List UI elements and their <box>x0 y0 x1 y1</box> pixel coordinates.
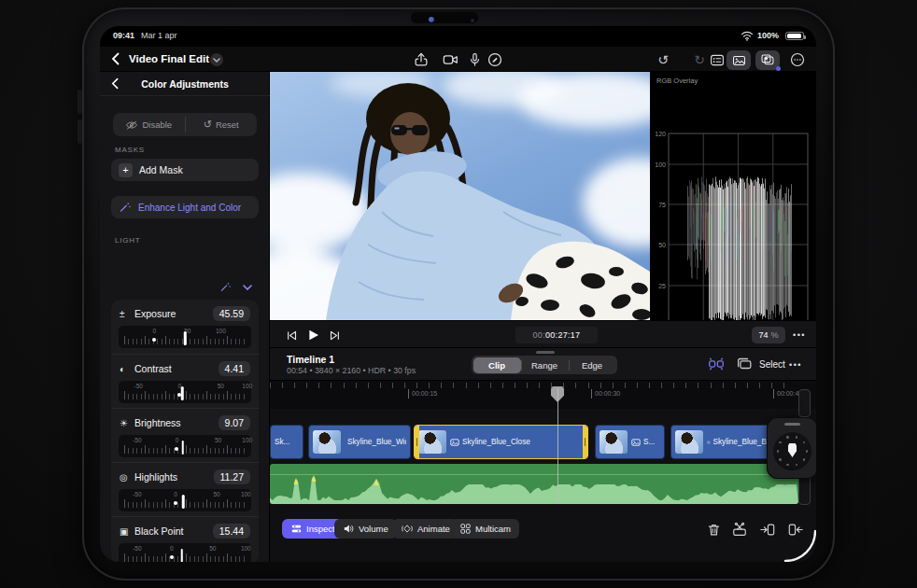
video-clip-skyline_blue_wide[interactable]: Skyline_Blue_Wide <box>308 425 411 459</box>
slider-thumb[interactable] <box>180 549 183 562</box>
mode-edge[interactable]: Edge <box>569 357 616 373</box>
svg-text:100: 100 <box>655 161 666 168</box>
slider-thumb[interactable] <box>182 495 185 509</box>
timeline-vscroll-upper[interactable] <box>798 389 811 417</box>
slider-label: Contrast <box>134 363 172 374</box>
timeline-name: Timeline 1 <box>287 354 334 365</box>
slider-thumb[interactable] <box>184 331 187 345</box>
video-clip-s[interactable]: S... <box>595 425 665 459</box>
grid-icon <box>459 523 472 535</box>
reset-icon: ↺ <box>204 119 212 130</box>
resize-handle[interactable] <box>536 351 555 354</box>
plus-icon: + <box>119 163 133 177</box>
slider-default-dot <box>152 338 156 342</box>
multicam-button[interactable]: Multicam <box>451 519 519 539</box>
wifi-icon <box>741 31 754 41</box>
clip-trim-handle-left[interactable] <box>415 426 419 458</box>
media-browser-icon[interactable] <box>727 50 751 70</box>
delete-icon[interactable] <box>705 521 722 538</box>
jog-handle[interactable] <box>784 423 800 426</box>
slider-value-field[interactable]: 45.59 <box>213 306 250 321</box>
keyframe-icon <box>401 523 414 535</box>
undo-icon[interactable]: ↺ <box>654 50 672 69</box>
audio-clip[interactable] <box>270 464 798 504</box>
annotate-pencil-icon[interactable] <box>486 50 504 69</box>
slider-default-dot <box>175 447 178 451</box>
reset-button[interactable]: ↺ Reset <box>186 113 258 136</box>
viewer-more-icon[interactable]: ••• <box>793 330 806 340</box>
slider-ruler[interactable]: -50050100 <box>119 543 251 562</box>
video-clip-sk[interactable]: Sk... <box>270 425 303 459</box>
timeline-ruler[interactable]: 00:00:1500:00:3000:00:45 <box>270 381 816 409</box>
viewer-zoom-control[interactable]: 74% <box>752 327 785 343</box>
slider-thumb[interactable] <box>181 386 184 400</box>
play-icon[interactable] <box>303 326 322 344</box>
viewer-preview[interactable] <box>270 72 650 320</box>
jog-wheel[interactable] <box>767 417 816 479</box>
svg-text:RGB Overlay: RGB Overlay <box>656 77 698 85</box>
animate-button[interactable]: Animate <box>392 519 458 539</box>
clip-media-icon <box>631 439 641 446</box>
timeline-header: Timeline 1 00:54 • 3840 × 2160 • HDR • 3… <box>270 348 816 381</box>
slider-icon: ◐ <box>120 364 132 374</box>
slider-icon: ◎ <box>120 472 132 483</box>
redo-icon[interactable]: ↻ <box>690 50 709 69</box>
volume-button[interactable]: Volume <box>334 519 397 539</box>
slider-icon: ▣ <box>120 526 132 537</box>
select-tool-label[interactable]: Select <box>759 359 785 370</box>
front-camera-housing <box>411 12 478 23</box>
clip-name: Skyline_Blue_Wide <box>345 438 406 446</box>
back-chevron-icon[interactable] <box>111 52 120 65</box>
video-clip-skyline_blue_close[interactable]: Skyline_Blue_Close <box>414 425 588 459</box>
share-export-icon[interactable] <box>412 50 430 69</box>
slider-value-field[interactable]: 4.41 <box>219 361 250 376</box>
clip-thumbnail <box>313 430 341 454</box>
light-auto-wand-icon[interactable] <box>219 281 232 293</box>
light-collapse-chevron-icon[interactable] <box>243 285 252 290</box>
effects-browser-icon[interactable] <box>755 50 780 70</box>
inspector-panel-icon[interactable] <box>708 50 727 69</box>
more-options-icon[interactable] <box>788 50 807 69</box>
add-mask-button[interactable]: + Add Mask <box>111 159 259 181</box>
timecode-display: 00:00:27:17 <box>515 327 598 343</box>
svg-text:75: 75 <box>658 202 666 208</box>
slider-thumb[interactable] <box>182 441 185 455</box>
project-title-dropdown[interactable] <box>210 53 223 66</box>
previous-frame-icon[interactable] <box>282 326 301 344</box>
mode-clip[interactable]: Clip <box>473 357 521 373</box>
adjustment-slider-black-point: ▣Black Point15.44-50050100 <box>111 516 259 562</box>
jog-dial[interactable] <box>773 432 811 470</box>
clip-trim-handle-right[interactable] <box>583 426 587 458</box>
clip-media-icon <box>707 439 711 446</box>
slider-value-field[interactable]: 11.27 <box>214 469 251 484</box>
record-audio-mic-icon[interactable] <box>465 50 484 69</box>
magnetic-timeline-icon[interactable] <box>707 356 726 371</box>
ruler-ticks <box>270 383 794 388</box>
timeline-more-icon[interactable]: ••• <box>789 360 802 370</box>
ipad-device-frame: 09:41 Mar 1 apr 100% Video Final Edit <box>82 7 835 581</box>
slider-ruler[interactable]: -50050100 <box>119 489 251 511</box>
split-blade-icon[interactable] <box>731 521 748 538</box>
disable-button[interactable]: Disable <box>113 113 185 136</box>
scene-background: { "status": {"time": "09:41", "date": "M… <box>0 0 917 588</box>
insert-clip-icon[interactable] <box>759 521 776 538</box>
slider-label: Brightness <box>134 417 181 428</box>
next-frame-icon[interactable] <box>326 326 345 344</box>
panel-header: Color Adjustments <box>100 72 270 96</box>
slider-ruler[interactable]: 050100 <box>119 326 251 348</box>
project-title[interactable]: Video Final Edit <box>129 53 209 64</box>
playhead-line[interactable] <box>557 388 559 504</box>
slider-ruler[interactable]: -50050100 <box>119 435 251 457</box>
mode-range[interactable]: Range <box>521 357 569 373</box>
clip-name: Sk... <box>275 438 289 446</box>
app-toolbar: Video Final Edit <box>100 47 816 72</box>
timeline-section: Timeline 1 00:54 • 3840 × 2160 • HDR • 3… <box>270 348 816 562</box>
clip-overlap-icon[interactable] <box>735 356 754 371</box>
speaker-icon <box>343 523 355 535</box>
slider-value-field[interactable]: 15.44 <box>213 524 250 539</box>
slider-value-field[interactable]: 9.07 <box>219 415 250 430</box>
enhance-light-color-button[interactable]: Enhance Light and Color <box>111 196 259 218</box>
record-video-icon[interactable] <box>441 50 459 69</box>
slider-ruler[interactable]: -50050100 <box>119 381 251 403</box>
masks-section-label: MASKS <box>115 146 145 154</box>
